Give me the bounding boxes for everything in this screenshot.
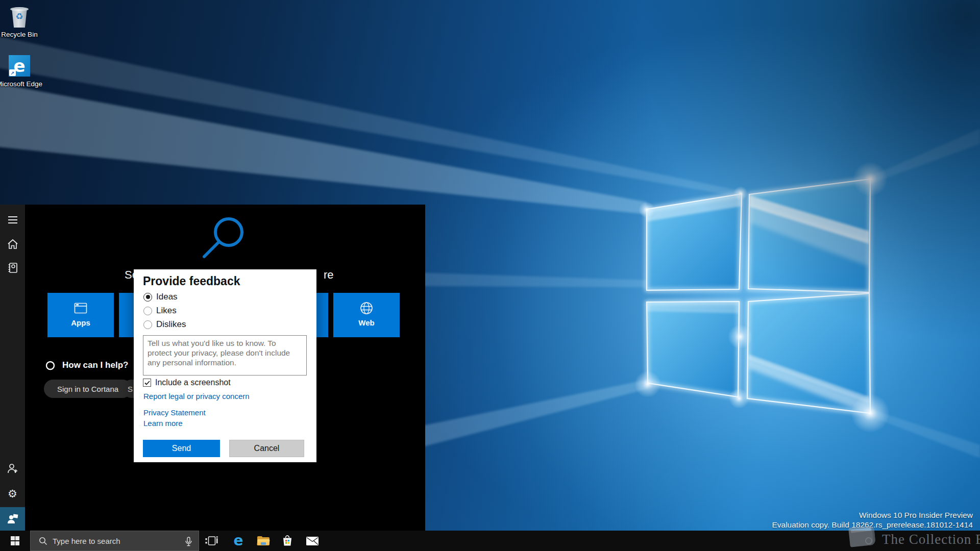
hamburger-menu-button[interactable] — [0, 209, 25, 231]
tile-label: Web — [358, 318, 374, 327]
feedback-button-active[interactable] — [0, 507, 25, 531]
insider-watermark: Windows 10 Pro Insider Preview Evaluatio… — [772, 510, 973, 530]
radio-dislikes[interactable] — [143, 320, 152, 329]
taskbar-search-box[interactable] — [30, 531, 199, 551]
recycle-bin-icon: ♻ — [0, 4, 44, 29]
store-icon — [281, 535, 293, 547]
start-button[interactable] — [0, 531, 30, 551]
gear-icon: ⚙ — [8, 488, 17, 500]
file-explorer-button[interactable] — [252, 531, 275, 551]
tile-apps[interactable]: Apps — [47, 293, 114, 337]
sign-in-to-cortana-button[interactable]: Sign in to Cortana — [44, 380, 132, 398]
hamburger-icon — [7, 215, 18, 224]
send-button[interactable]: Send — [143, 440, 220, 457]
radio-likes[interactable] — [143, 307, 152, 315]
desktop-icon-microsoft-edge[interactable]: e↗ Microsoft Edge — [0, 54, 44, 88]
windows-start-icon — [11, 536, 20, 545]
learn-more-link[interactable]: Learn more — [143, 419, 183, 428]
desktop-screen: ♻ Recycle Bin e↗ Microsoft Edge Windows … — [0, 0, 980, 551]
radio-ideas[interactable] — [143, 293, 152, 302]
apps-window-icon — [74, 301, 87, 315]
taskbar: e — [0, 531, 980, 551]
radio-row-dislikes[interactable]: Dislikes — [143, 319, 186, 330]
radio-row-ideas[interactable]: Ideas — [143, 292, 178, 302]
taskbar-edge-button[interactable]: e — [227, 531, 250, 551]
dialog-title: Provide feedback — [143, 274, 240, 288]
mail-icon — [306, 536, 319, 546]
tile-web[interactable]: Web — [333, 293, 400, 337]
help-text: How can I help? — [62, 360, 128, 370]
cancel-button[interactable]: Cancel — [229, 440, 304, 457]
cortana-help-row: How can I help? — [45, 360, 128, 370]
file-explorer-icon — [257, 536, 270, 546]
sign-in-button[interactable] — [0, 458, 25, 480]
task-view-icon — [205, 535, 218, 547]
mic-icon[interactable] — [185, 537, 192, 546]
search-magnifier-icon — [189, 214, 245, 265]
heading-fragment-right: re — [324, 268, 334, 282]
notebook-button[interactable] — [0, 257, 25, 279]
microsoft-store-button[interactable] — [276, 531, 299, 551]
globe-icon — [360, 301, 373, 315]
provide-feedback-dialog: Provide feedback Ideas Likes Dislikes In… — [134, 269, 316, 462]
search-icon — [39, 537, 47, 545]
tile-label: Apps — [71, 318, 90, 327]
home-icon — [7, 238, 19, 249]
home-button[interactable] — [0, 233, 25, 255]
feedback-textarea[interactable] — [143, 335, 307, 375]
person-add-icon — [7, 463, 19, 475]
edge-icon: e↗ — [0, 54, 44, 78]
mail-button[interactable] — [301, 531, 324, 551]
edge-icon: e — [234, 534, 243, 548]
task-view-button[interactable] — [200, 531, 223, 551]
feedback-icon — [7, 513, 19, 524]
radio-row-likes[interactable]: Likes — [143, 306, 177, 316]
report-legal-link[interactable]: Report legal or privacy concern — [143, 392, 250, 400]
watermark-line2: Evaluation copy. Build 18262.rs_prerelea… — [772, 520, 973, 530]
desktop-icon-label: Microsoft Edge — [0, 80, 44, 88]
include-screenshot-checkbox[interactable] — [143, 379, 151, 387]
search-input[interactable] — [53, 537, 170, 545]
cortana-ring-icon — [45, 361, 55, 370]
privacy-statement-link[interactable]: Privacy Statement — [143, 408, 206, 417]
notebook-icon — [7, 262, 19, 274]
settings-button[interactable]: ⚙ — [0, 483, 25, 505]
cortana-rail: ⚙ — [0, 205, 25, 531]
desktop-icon-label: Recycle Bin — [0, 31, 44, 39]
include-screenshot-row[interactable]: Include a screenshot — [143, 378, 231, 387]
watermark-line1: Windows 10 Pro Insider Preview — [772, 510, 973, 520]
desktop-icon-recycle-bin[interactable]: ♻ Recycle Bin — [0, 4, 44, 39]
